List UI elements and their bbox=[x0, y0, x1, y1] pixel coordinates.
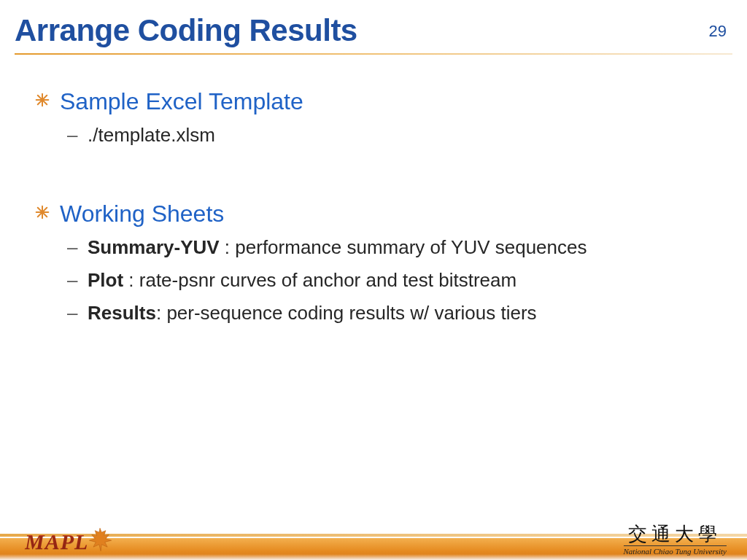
logo-nctu: 交通大學 National Chiao Tung University bbox=[624, 525, 727, 556]
bullet-level1: Sample Excel Template bbox=[35, 88, 718, 115]
page-title: Arrange Coding Results bbox=[15, 13, 732, 48]
item-rest: rate-psnr curves of anchor and test bits… bbox=[139, 269, 516, 291]
asterisk-icon bbox=[35, 205, 50, 219]
item-bold: Plot bbox=[88, 269, 123, 291]
bullet-level2: ./template.xlsm bbox=[35, 122, 718, 148]
item-sep: : bbox=[123, 269, 139, 291]
logo-mapl: MAPL bbox=[25, 526, 113, 554]
bullet-level2: Summary-YUV : performance summary of YUV… bbox=[35, 235, 718, 260]
item-rest: per-sequence coding results w/ various t… bbox=[166, 302, 536, 324]
asterisk-icon bbox=[35, 93, 50, 107]
bullet-level1: Working Sheets bbox=[35, 201, 718, 228]
logo-mapl-text: MAPL bbox=[25, 529, 88, 554]
spacer bbox=[35, 155, 718, 196]
slide-body: Sample Excel Template ./template.xlsm Wo… bbox=[35, 84, 718, 333]
bullet-level2: Results: per-sequence coding results w/ … bbox=[35, 300, 718, 326]
item-sep: : bbox=[156, 302, 166, 324]
item-text: ./template.xlsm bbox=[88, 124, 215, 146]
footer: MAPL 交通大學 National Chiao Tung University bbox=[0, 521, 747, 560]
slide: Arrange Coding Results 29 Sample Excel T… bbox=[0, 0, 747, 560]
logo-nctu-en: National Chiao Tung University bbox=[624, 545, 727, 556]
title-underline bbox=[15, 53, 732, 55]
item-bold: Summary-YUV bbox=[88, 236, 220, 258]
bullet-level2: Plot : rate-psnr curves of anchor and te… bbox=[35, 268, 718, 293]
logo-nctu-cn: 交通大學 bbox=[624, 525, 727, 544]
item-bold: Results bbox=[88, 302, 156, 324]
item-sep: : bbox=[220, 236, 236, 258]
title-row: Arrange Coding Results bbox=[15, 13, 732, 48]
maple-leaf-icon bbox=[87, 526, 113, 553]
page-number: 29 bbox=[709, 22, 727, 41]
section-heading: Sample Excel Template bbox=[60, 88, 303, 114]
section-heading: Working Sheets bbox=[60, 201, 224, 227]
item-rest: performance summary of YUV sequences bbox=[235, 236, 587, 258]
